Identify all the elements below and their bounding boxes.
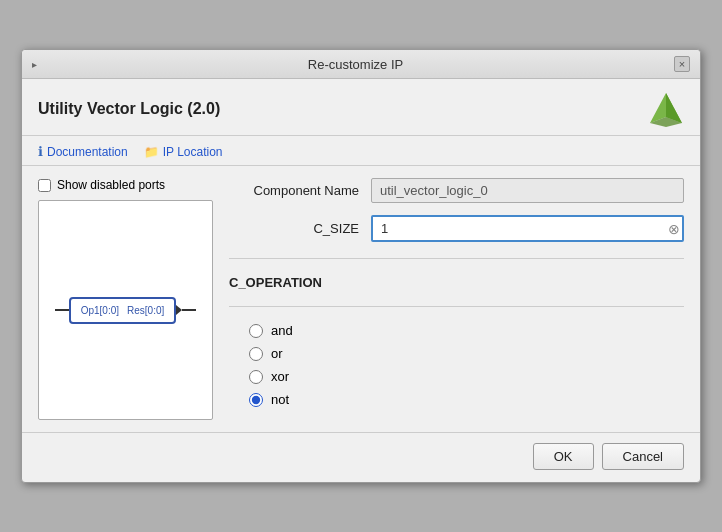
- c-size-input-wrapper: ⊗: [371, 215, 684, 242]
- c-size-input[interactable]: [371, 215, 684, 242]
- close-icon: ×: [679, 58, 685, 70]
- radio-or[interactable]: [249, 347, 263, 361]
- dialog-title: Re-customize IP: [37, 57, 674, 72]
- clear-icon[interactable]: ⊗: [668, 222, 680, 236]
- c-size-row: C_SIZE ⊗: [229, 215, 684, 242]
- c-operation-section: C_OPERATION: [229, 275, 684, 290]
- left-panel: Show disabled ports Op1[0:0] Res[0:0]: [38, 178, 213, 420]
- radio-and-row[interactable]: and: [249, 323, 684, 338]
- radio-or-row[interactable]: or: [249, 346, 684, 361]
- radio-not-row[interactable]: not: [249, 392, 684, 407]
- component-name-row: Component Name: [229, 178, 684, 203]
- port-out-label: Res[0:0]: [127, 305, 164, 316]
- component-diagram-box: Op1[0:0] Res[0:0]: [38, 200, 213, 420]
- tab-ip-location[interactable]: 📁 IP Location: [144, 141, 223, 165]
- close-button[interactable]: ×: [674, 56, 690, 72]
- radio-xor-row[interactable]: xor: [249, 369, 684, 384]
- dialog-container: ▸ Re-customize IP × Utility Vector Logic…: [21, 49, 701, 483]
- info-icon: ℹ: [38, 144, 43, 159]
- content-area: Show disabled ports Op1[0:0] Res[0:0] Co…: [22, 166, 700, 432]
- show-disabled-ports-checkbox[interactable]: [38, 179, 51, 192]
- tab-documentation[interactable]: ℹ Documentation: [38, 140, 128, 165]
- radio-not-label: not: [271, 392, 289, 407]
- component-diagram: Op1[0:0] Res[0:0]: [55, 297, 197, 324]
- c-size-label: C_SIZE: [229, 221, 359, 236]
- c-operation-label: C_OPERATION: [229, 275, 322, 290]
- wire-left: [55, 309, 69, 311]
- ok-button[interactable]: OK: [533, 443, 594, 470]
- title-bar: ▸ Re-customize IP ×: [22, 50, 700, 79]
- divider-1: [229, 258, 684, 259]
- port-in-label: Op1[0:0]: [81, 305, 119, 316]
- nav-tabs: ℹ Documentation 📁 IP Location: [22, 136, 700, 166]
- dialog-footer: OK Cancel: [22, 432, 700, 482]
- show-disabled-ports-row: Show disabled ports: [38, 178, 213, 192]
- radio-and-label: and: [271, 323, 293, 338]
- folder-icon: 📁: [144, 145, 159, 159]
- radio-or-label: or: [271, 346, 283, 361]
- operation-radio-group: and or xor not: [229, 323, 684, 407]
- show-disabled-ports-label: Show disabled ports: [57, 178, 165, 192]
- dialog-header-title: Utility Vector Logic (2.0): [38, 100, 220, 118]
- cancel-button[interactable]: Cancel: [602, 443, 684, 470]
- radio-xor[interactable]: [249, 370, 263, 384]
- radio-xor-label: xor: [271, 369, 289, 384]
- tab-ip-location-label: IP Location: [163, 145, 223, 159]
- comp-box: Op1[0:0] Res[0:0]: [69, 297, 177, 324]
- header-section: Utility Vector Logic (2.0): [22, 79, 700, 136]
- right-panel: Component Name C_SIZE ⊗ C_OPERATION: [229, 178, 684, 420]
- divider-2: [229, 306, 684, 307]
- component-name-input[interactable]: [371, 178, 684, 203]
- radio-not[interactable]: [249, 393, 263, 407]
- vendor-logo: [648, 91, 684, 127]
- wire-right: [182, 309, 196, 311]
- tab-documentation-label: Documentation: [47, 145, 128, 159]
- radio-and[interactable]: [249, 324, 263, 338]
- component-name-label: Component Name: [229, 183, 359, 198]
